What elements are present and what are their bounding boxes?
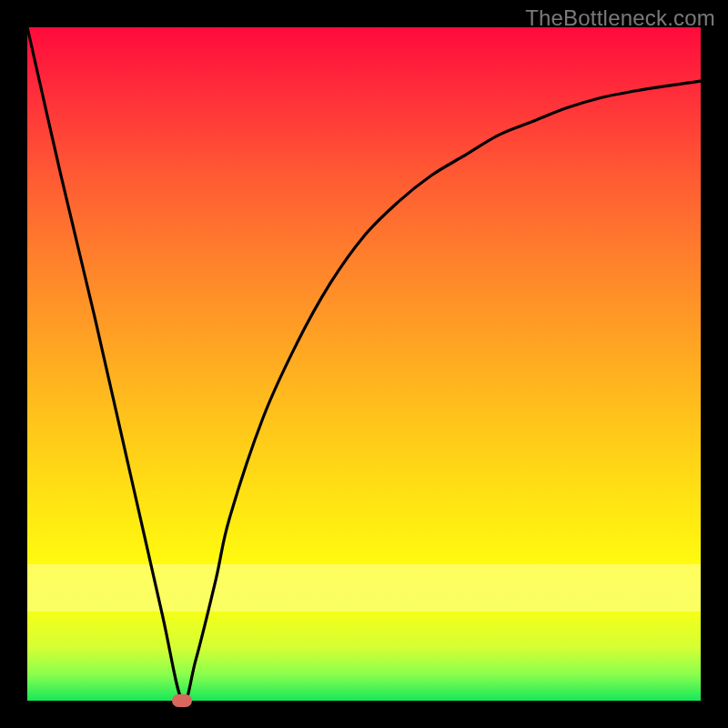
curve-svg — [27, 27, 701, 701]
plot-area — [27, 27, 701, 701]
chart-container: TheBottleneck.com — [0, 0, 728, 728]
bottleneck-curve — [27, 27, 701, 702]
optimum-marker — [172, 694, 192, 707]
